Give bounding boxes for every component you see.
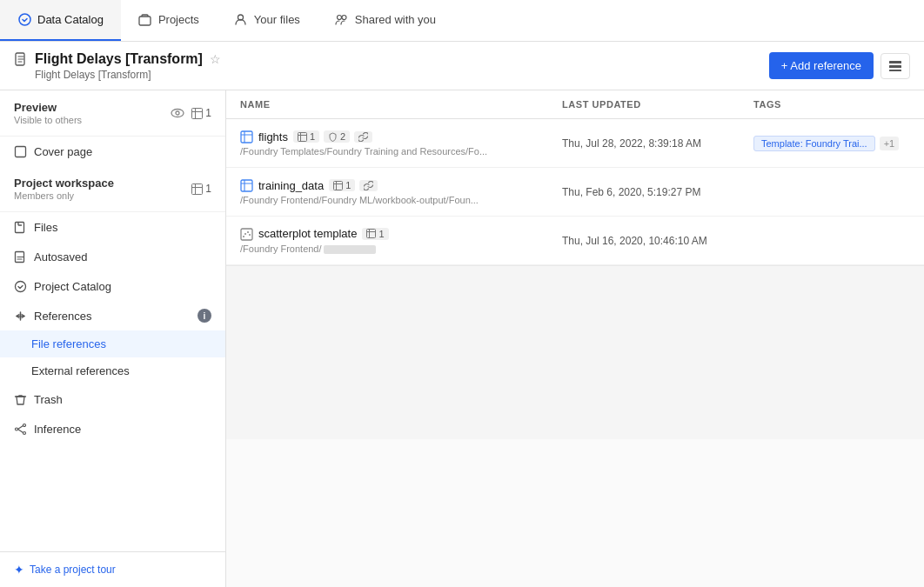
sidebar-workspace-label: Project workspace (14, 177, 114, 190)
training-meta: 1 (329, 179, 378, 191)
flights-name: flights (258, 130, 288, 143)
svg-rect-26 (298, 132, 306, 141)
training-date: Thu, Feb 6, 2020, 5:19:27 PM (562, 168, 753, 216)
file-references-label: File references (31, 337, 106, 350)
svg-point-24 (23, 432, 26, 435)
your-files-icon (234, 13, 248, 27)
trash-label: Trash (34, 393, 63, 406)
flights-tag-badge: Template: Foundry Trai... (753, 136, 875, 151)
sidebar-footer: ✦ Take a project tour (0, 551, 225, 587)
table-row[interactable]: training_data 1 /Foundry Frontend/Foundr… (226, 168, 924, 217)
sidebar-item-autosaved[interactable]: Autosaved (0, 242, 225, 271)
svg-rect-8 (889, 70, 901, 71)
flights-tags: Template: Foundry Trai... +1 (753, 119, 910, 167)
tab-projects[interactable]: Projects (121, 0, 217, 41)
flights-table-badge: 1 (293, 130, 319, 143)
sidebar-item-references[interactable]: References i (0, 301, 225, 330)
empty-area (226, 265, 924, 439)
svg-point-36 (247, 231, 249, 233)
tab-shared-with-you[interactable]: Shared with you (318, 0, 453, 41)
top-nav: Data Catalog Projects Your files Shared … (0, 0, 924, 42)
training-name: training_data (258, 179, 324, 192)
table-header: Name Last Updated Tags (226, 90, 924, 119)
scatter-date: Thu, Jul 16, 2020, 10:46:10 AM (562, 217, 753, 264)
document-icon (14, 51, 28, 66)
sidebar-item-external-references[interactable]: External references (0, 357, 225, 384)
table-row[interactable]: scatterplot template 1 /Foundry Frontend… (226, 217, 924, 265)
training-table-badge: 1 (329, 179, 355, 191)
layout-icon (888, 59, 902, 73)
svg-rect-6 (889, 61, 901, 63)
add-reference-button[interactable]: + Add reference (769, 52, 874, 79)
svg-rect-15 (192, 183, 203, 194)
star-icon[interactable]: ☆ (210, 52, 221, 66)
references-icon (14, 309, 27, 323)
svg-point-35 (244, 233, 246, 235)
header-actions: + Add reference (769, 52, 910, 79)
svg-point-0 (19, 14, 30, 25)
layout-toggle-button[interactable] (880, 53, 910, 79)
sidebar-item-inference[interactable]: Inference (0, 414, 225, 444)
tab-data-catalog[interactable]: Data Catalog (0, 0, 121, 41)
row-name-cell-training: training_data 1 /Foundry Frontend/Foundr… (240, 168, 562, 216)
svg-rect-1 (139, 17, 151, 25)
shared-with-you-icon (335, 13, 349, 27)
scatter-row-icon (240, 227, 253, 241)
scatter-meta: 1 (362, 228, 388, 240)
row-name-cell-flights: flights 1 2 (240, 119, 562, 167)
header-left: Flight Delays [Transform] ☆ Flight Delay… (14, 51, 769, 81)
projects-icon (138, 13, 152, 27)
tab-your-files[interactable]: Your files (217, 0, 318, 41)
sidebar-item-cover-page[interactable]: Cover page (0, 137, 225, 166)
scatter-tags (753, 217, 910, 264)
flights-tag-plus: +1 (880, 137, 900, 150)
training-path: /Foundry Frontend/Foundry ML/workbook-ou… (240, 195, 562, 205)
sidebar-workspace-sublabel: Members only (14, 190, 114, 201)
svg-rect-14 (16, 147, 26, 157)
sidebar-preview-sublabel: Visible to others (14, 115, 82, 125)
sidebar-preview-label: Preview (14, 101, 82, 114)
training-row-icon (240, 178, 253, 192)
row-name-cell-scatter: scatterplot template 1 /Foundry Frontend… (240, 217, 562, 264)
references-label: References (34, 310, 91, 323)
sidebar-preview-section: Preview Visible to others 1 (0, 90, 225, 137)
svg-rect-11 (192, 108, 203, 118)
trash-icon (14, 392, 27, 406)
svg-point-34 (243, 236, 244, 237)
page-header: Flight Delays [Transform] ☆ Flight Delay… (0, 42, 924, 90)
tour-icon: ✦ (14, 563, 24, 577)
svg-rect-7 (889, 65, 901, 68)
tab-your-files-label: Your files (254, 13, 300, 26)
col-last-updated: Last Updated (562, 99, 753, 110)
training-link-badge (359, 180, 378, 191)
sidebar-item-trash[interactable]: Trash (0, 384, 225, 414)
page-title: Flight Delays [Transform] (35, 51, 203, 67)
sidebar-workspace-section: Project workspace Members only 1 (0, 166, 225, 212)
table-row[interactable]: flights 1 2 (226, 119, 924, 168)
svg-point-4 (342, 16, 346, 20)
tab-shared-with-you-label: Shared with you (355, 13, 436, 26)
project-tour-link[interactable]: ✦ Take a project tour (14, 563, 211, 577)
project-catalog-icon (14, 279, 27, 293)
project-tour-label: Take a project tour (30, 564, 116, 576)
scatter-name: scatterplot template (258, 227, 357, 240)
tab-projects-label: Projects (158, 13, 199, 26)
svg-rect-29 (241, 180, 252, 191)
col-name: Name (240, 99, 562, 110)
svg-point-23 (23, 424, 26, 427)
autosaved-icon (14, 250, 27, 263)
svg-point-20 (16, 282, 26, 292)
svg-rect-38 (367, 230, 376, 238)
scatter-path: /Foundry Frontend/ (240, 243, 562, 254)
svg-point-37 (249, 234, 251, 236)
files-icon (14, 220, 27, 234)
eye-icon (171, 106, 184, 121)
external-references-label: External references (31, 364, 130, 377)
references-info-icon[interactable]: i (198, 309, 211, 323)
svg-point-9 (171, 110, 184, 117)
flights-date: Thu, Jul 28, 2022, 8:39:18 AM (562, 119, 753, 167)
training-tags (753, 168, 910, 216)
sidebar-item-files[interactable]: Files (0, 212, 225, 242)
sidebar-item-project-catalog[interactable]: Project Catalog (0, 271, 225, 301)
sidebar-item-file-references[interactable]: File references (0, 330, 225, 357)
